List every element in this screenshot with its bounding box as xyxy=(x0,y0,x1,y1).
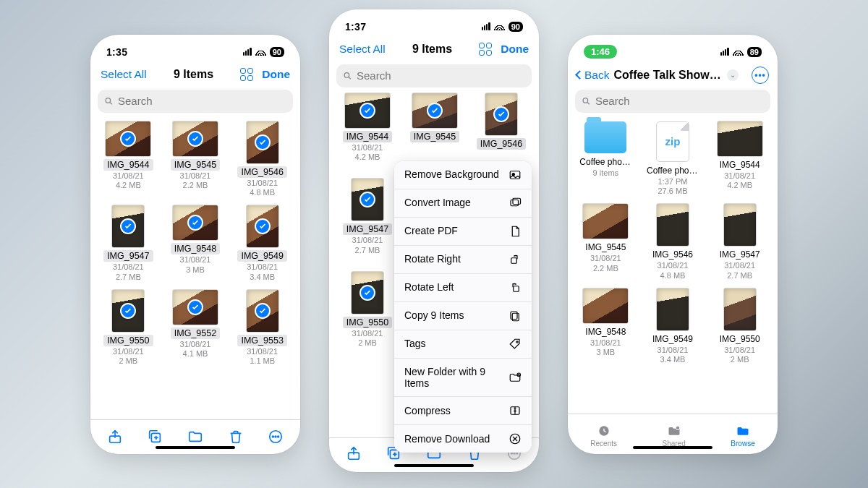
search-input[interactable] xyxy=(118,95,286,107)
more-icon[interactable]: ••• xyxy=(752,67,769,84)
file-item[interactable]: IMG_955031/08/212 MB xyxy=(707,288,772,366)
battery-icon: 90 xyxy=(509,22,523,32)
file-grid[interactable]: IMG_954431/08/214.2 MBIMG_954531/08/212.… xyxy=(90,117,300,419)
menu-item[interactable]: New Folder with 9 Items xyxy=(394,359,532,397)
search-field[interactable] xyxy=(575,90,770,113)
image-thumbnail xyxy=(112,290,144,332)
file-item[interactable]: IMG_955031/08/212 MB xyxy=(335,272,400,349)
clock-pill[interactable]: 1:46 xyxy=(584,45,617,59)
file-item[interactable]: IMG_954731/08/212.7 MB xyxy=(96,205,161,283)
status-bar: 1:37 90 xyxy=(329,9,539,38)
file-item[interactable]: IMG_954731/08/212.7 MB xyxy=(335,179,400,256)
svg-point-28 xyxy=(583,98,587,102)
menu-label: Rotate Left xyxy=(404,281,503,293)
menu-item[interactable]: Copy 9 Items xyxy=(394,302,532,330)
pdf-icon xyxy=(509,225,522,238)
rotr-icon xyxy=(509,253,522,266)
select-all-button[interactable]: Select All xyxy=(101,68,147,81)
file-item[interactable]: IMG_954431/08/214.2 MB xyxy=(96,121,161,199)
share-icon[interactable] xyxy=(107,429,123,445)
home-indicator[interactable] xyxy=(633,446,712,449)
file-item[interactable]: Coffee photos9 items xyxy=(574,121,638,197)
menu-item[interactable]: Convert Image xyxy=(394,189,532,218)
file-item[interactable]: IMG_954731/08/212.7 MB xyxy=(707,204,772,281)
search-field[interactable] xyxy=(336,64,532,87)
file-item[interactable]: IMG_954931/08/213.4 MB xyxy=(230,205,294,283)
view-mode-icon[interactable] xyxy=(479,43,492,56)
file-item[interactable]: IMG_954431/08/214.2 MB xyxy=(335,93,400,163)
wifi-icon xyxy=(494,22,505,30)
file-item[interactable]: IMG_9545 xyxy=(410,93,459,150)
rotl-icon xyxy=(509,281,522,294)
menu-item[interactable]: Tags xyxy=(394,330,532,359)
file-name: Coffee photos.zip xyxy=(643,165,702,176)
file-item[interactable]: IMG_955231/08/214.1 MB xyxy=(163,290,228,367)
menu-item[interactable]: Remove Download xyxy=(394,425,532,453)
tab-shared[interactable]: Shared xyxy=(663,424,686,448)
search-input[interactable] xyxy=(357,69,525,82)
image-thumbnail xyxy=(173,205,218,240)
tab-recents[interactable]: Recents xyxy=(590,424,617,448)
file-item[interactable]: IMG_954531/08/212.2 MB xyxy=(574,204,638,281)
phone-1: 1:35 90 Select All 9 Items Done IMG_9544… xyxy=(90,35,300,454)
duplicate-icon[interactable] xyxy=(147,429,163,445)
home-indicator[interactable] xyxy=(394,464,474,467)
menu-item[interactable]: Rotate Right xyxy=(394,246,532,274)
file-item[interactable]: IMG_954531/08/212.2 MB xyxy=(163,121,228,199)
file-meta: 31/08/214.8 MB xyxy=(658,261,689,281)
back-button[interactable]: Back xyxy=(576,69,609,82)
file-item[interactable]: zipCoffee photos.zip1:37 PM27.6 MB xyxy=(641,121,705,197)
menu-item[interactable]: Rotate Left xyxy=(394,274,532,302)
file-name: IMG_9550 xyxy=(343,317,392,328)
menu-label: Compress xyxy=(404,405,503,416)
file-item[interactable]: IMG_954931/08/213.4 MB xyxy=(641,288,705,366)
home-indicator[interactable] xyxy=(156,446,235,449)
file-item[interactable]: IMG_954831/08/213 MB xyxy=(163,205,228,283)
file-name: Coffee photos xyxy=(576,156,635,168)
file-item[interactable]: IMG_954831/08/213 MB xyxy=(574,288,638,366)
status-bar: 1:35 90 xyxy=(90,35,300,64)
clock: 1:35 xyxy=(106,46,127,58)
select-all-button[interactable]: Select All xyxy=(339,43,386,56)
search-input[interactable] xyxy=(595,95,764,107)
image-thumbnail xyxy=(247,290,278,332)
tag-icon xyxy=(509,338,522,351)
trash-icon[interactable] xyxy=(228,429,244,445)
file-item[interactable]: IMG_9546 xyxy=(477,93,526,150)
selection-check-icon xyxy=(359,103,375,119)
search-field[interactable] xyxy=(98,90,293,113)
title-dropdown-icon[interactable]: ⌄ xyxy=(727,69,739,81)
svg-line-9 xyxy=(349,77,351,79)
file-name: IMG_9546 xyxy=(237,166,286,178)
share-icon[interactable] xyxy=(346,445,362,461)
move-folder-icon[interactable] xyxy=(187,429,203,445)
image-thumbnail xyxy=(173,121,218,156)
file-meta: 31/08/212.7 MB xyxy=(113,262,144,283)
menu-item[interactable]: Compress xyxy=(394,397,532,425)
done-button[interactable]: Done xyxy=(262,68,290,81)
view-mode-icon[interactable] xyxy=(240,68,253,81)
menu-label: Create PDF xyxy=(404,225,503,236)
wifi-icon xyxy=(733,48,744,56)
selection-check-icon xyxy=(187,299,203,315)
file-item[interactable]: IMG_954631/08/214.8 MB xyxy=(230,121,294,199)
file-item[interactable]: IMG_955331/08/211.1 MB xyxy=(230,290,294,367)
menu-item[interactable]: Create PDF xyxy=(394,218,532,246)
nav-bar: Select All 9 Items Done xyxy=(329,38,539,64)
menu-label: Convert Image xyxy=(404,197,503,208)
image-thumbnail xyxy=(412,93,457,128)
clock: 1:37 xyxy=(345,21,366,33)
more-icon[interactable] xyxy=(268,429,284,445)
file-item[interactable]: IMG_955031/08/212 MB xyxy=(96,290,161,367)
tab-browse[interactable]: Browse xyxy=(731,424,754,448)
svg-line-1 xyxy=(110,102,112,104)
file-item[interactable]: IMG_954431/08/214.2 MB xyxy=(707,121,772,197)
battery-icon: 90 xyxy=(270,47,284,57)
file-meta: 31/08/212.7 MB xyxy=(724,261,755,281)
done-button[interactable]: Done xyxy=(501,43,529,56)
menu-item[interactable]: Remove Background xyxy=(394,161,532,189)
file-name: IMG_9547 xyxy=(343,223,392,235)
file-grid[interactable]: Coffee photos9 itemszipCoffee photos.zip… xyxy=(568,117,778,414)
file-meta: 31/08/212 MB xyxy=(113,347,144,367)
file-item[interactable]: IMG_954631/08/214.8 MB xyxy=(641,204,705,281)
